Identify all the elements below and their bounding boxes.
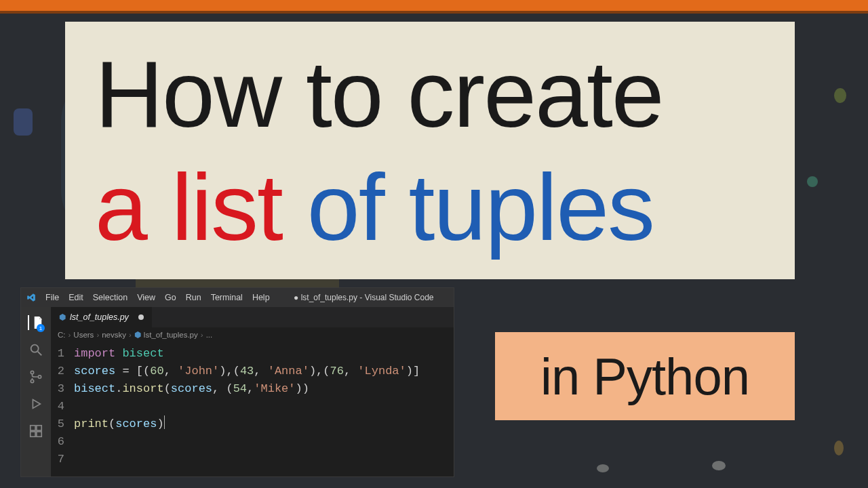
code-line [74, 433, 81, 451]
code-line [74, 451, 81, 468]
menu-selection[interactable]: Selection [93, 293, 127, 302]
python-file-icon: ⬢ [59, 312, 66, 322]
menu-terminal[interactable]: Terminal [211, 293, 243, 302]
breadcrumb-seg: ... [206, 331, 213, 339]
svg-rect-8 [37, 432, 41, 436]
python-file-icon: ⬢ [134, 330, 141, 340]
bg-speck [834, 88, 846, 103]
run-debug-icon[interactable] [28, 396, 43, 411]
modified-dot-icon [138, 314, 144, 320]
tab-filename: lst_of_tuples.py [70, 312, 129, 322]
bg-speck [807, 176, 818, 187]
title-line2: a list of tuples [95, 152, 765, 262]
language-label: in Python [540, 347, 749, 406]
tab-lst-of-tuples[interactable]: ⬢ lst_of_tuples.py [51, 307, 153, 327]
search-icon[interactable] [28, 342, 43, 357]
code-line: import bisect [74, 345, 164, 363]
menubar: File Edit Selection View Go Run Terminal… [45, 293, 270, 302]
explorer-icon[interactable]: 1 [28, 315, 43, 330]
code-line: print(scores) [74, 415, 165, 433]
code-line [74, 398, 81, 415]
line-number: 1 [51, 345, 74, 363]
title-line2-red: a list [95, 154, 282, 260]
bg-speck [14, 108, 33, 136]
menu-view[interactable]: View [137, 293, 155, 302]
line-number: 6 [51, 433, 74, 451]
menu-edit[interactable]: Edit [68, 293, 83, 302]
tab-bar: ⬢ lst_of_tuples.py [51, 307, 454, 327]
activity-bar: 1 [21, 307, 51, 476]
svg-rect-7 [31, 432, 35, 436]
breadcrumb-seg: lst_of_tuples.py [144, 331, 198, 339]
breadcrumb-seg: C: [58, 331, 66, 339]
breadcrumb-seg: Users [73, 331, 94, 339]
bg-speck [597, 464, 609, 472]
line-number: 3 [51, 380, 74, 398]
breadcrumb[interactable]: C:› Users› nevsky› ⬢ lst_of_tuples.py› .… [51, 327, 454, 342]
line-number: 5 [51, 415, 74, 433]
svg-point-0 [31, 345, 39, 352]
vscode-titlebar: File Edit Selection View Go Run Terminal… [21, 288, 454, 307]
title-line1: How to create [95, 39, 765, 148]
extensions-icon[interactable] [28, 424, 43, 439]
title-line2-blue: of tuples [282, 154, 654, 260]
code-line: scores = [(60, 'John'),(43, 'Anna'),(76,… [74, 363, 420, 380]
editor-area: ⬢ lst_of_tuples.py C:› Users› nevsky› ⬢ … [51, 307, 454, 476]
menu-go[interactable]: Go [165, 293, 176, 302]
bg-speck [834, 441, 844, 455]
line-number: 7 [51, 451, 74, 468]
vscode-window: File Edit Selection View Go Run Terminal… [20, 287, 454, 477]
breadcrumb-seg: nevsky [102, 331, 126, 339]
svg-point-4 [38, 375, 41, 378]
source-control-icon[interactable] [28, 369, 43, 384]
svg-rect-6 [37, 426, 41, 430]
svg-line-1 [38, 352, 42, 356]
window-title: ● lst_of_tuples.py - Visual Studio Code [279, 293, 448, 302]
code-editor[interactable]: 1 import bisect 2 scores = [(60, 'John')… [51, 342, 454, 476]
top-accent-bar [0, 0, 868, 14]
menu-file[interactable]: File [45, 293, 59, 302]
svg-point-2 [31, 371, 33, 373]
menu-help[interactable]: Help [252, 293, 270, 302]
title-card: How to create a list of tuples [65, 22, 795, 279]
bg-speck [712, 461, 726, 470]
language-box: in Python [495, 332, 795, 420]
menu-run[interactable]: Run [186, 293, 201, 302]
explorer-badge: 1 [37, 324, 45, 332]
line-number: 4 [51, 398, 74, 415]
svg-point-3 [31, 380, 33, 382]
vscode-logo-icon [26, 293, 36, 302]
line-number: 2 [51, 363, 74, 380]
code-line: bisect.insort(scores, (54,'Mike')) [74, 380, 309, 398]
svg-rect-5 [31, 426, 35, 430]
